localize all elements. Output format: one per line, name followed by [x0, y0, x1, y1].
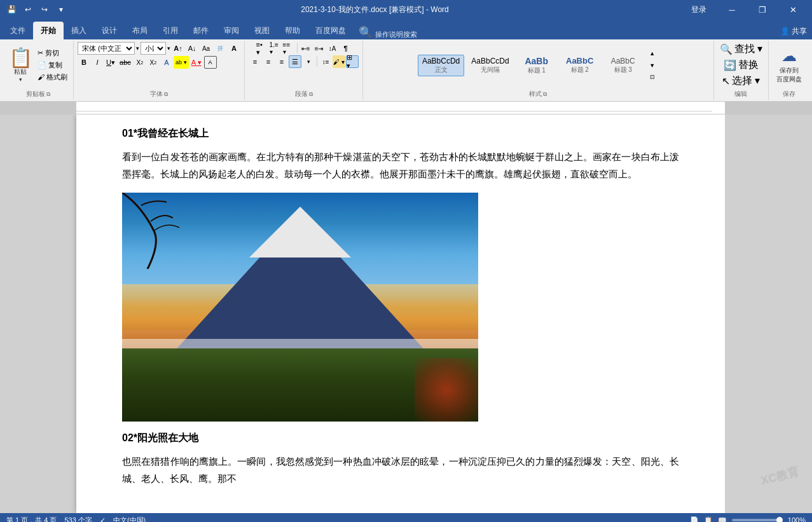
font-color-button[interactable]: A ▾ [189, 56, 203, 69]
align-left-button[interactable]: ≡ [249, 55, 261, 68]
increase-indent-button[interactable]: ≡⇥ [313, 42, 326, 55]
paragraph-1[interactable]: 看到一位白发苍苍的画家画鹰。在北方特有的那种干燥湛蓝的天空下，苍劲古朴的长城默默… [122, 148, 679, 182]
document-image[interactable] [122, 193, 478, 422]
ribbon: 文件 开始 插入 设计 布局 引用 邮件 审阅 视图 帮助 百度网盘 🔍 操作说… [0, 19, 812, 102]
styles-expand-button[interactable]: ⊡ [646, 71, 659, 83]
search-icon[interactable]: 🔍 [359, 25, 373, 39]
align-center-button[interactable]: ≡ [262, 55, 275, 68]
replace-button[interactable]: 🔄 替换 [722, 58, 760, 72]
format-painter-button[interactable]: 🖌 格式刷 [36, 72, 69, 83]
style-heading2[interactable]: AaBbC 标题 2 [560, 54, 600, 76]
save-cloud-button[interactable]: ☁ 保存到 百度网盘 [773, 46, 806, 85]
decrease-font-size-button[interactable]: A↓ [186, 42, 198, 55]
style-no-spacing[interactable]: AaBbCcDd 无间隔 [467, 55, 513, 76]
tab-insert[interactable]: 插入 [64, 22, 94, 39]
save-button[interactable]: 💾 [5, 3, 18, 16]
editing-group: 🔍 查找 ▾ 🔄 替换 ↖ 选择 ▾ 编辑 [714, 41, 769, 100]
redo-button[interactable]: ↪ [38, 3, 51, 16]
shading-button[interactable]: 🖌 ▾ [333, 55, 345, 68]
superscript-button[interactable]: X2 [147, 56, 160, 69]
text-highlight-button[interactable]: ab ▾ [174, 56, 189, 69]
text-effect-button[interactable]: A [160, 56, 173, 69]
paragraph-expand-icon[interactable]: ⧉ [309, 91, 313, 98]
subscript-button[interactable]: X2 [134, 56, 146, 69]
font-name-select[interactable]: 宋体 (中文正 [78, 42, 135, 55]
align-right-button[interactable]: ≡ [275, 55, 288, 68]
tab-mailings[interactable]: 邮件 [186, 22, 216, 39]
customize-qat-button[interactable]: ▾ [55, 3, 67, 16]
borders-button[interactable]: ⊞ ▾ [346, 55, 359, 68]
tab-home[interactable]: 开始 [33, 22, 64, 39]
italic-button[interactable]: I [91, 56, 104, 69]
bold-button[interactable]: B [78, 56, 90, 69]
minimize-button[interactable]: ─ [718, 0, 746, 19]
font-dialog-button[interactable]: A [228, 42, 240, 55]
clipboard-expand-icon[interactable]: ⧉ [46, 91, 50, 98]
clear-format-button[interactable]: Aa [200, 42, 212, 55]
search-box[interactable]: 操作说明搜索 [375, 30, 417, 39]
numbering-button[interactable]: 1.≡ ▾ [269, 42, 282, 55]
border-shading-button[interactable]: A [204, 56, 217, 69]
undo-button[interactable]: ↩ [22, 3, 34, 16]
justify-dropdown-button[interactable]: ▾ [302, 55, 315, 68]
tab-references[interactable]: 引用 [155, 22, 186, 39]
view-print-icon[interactable]: 📄 [690, 516, 699, 523]
sort-button[interactable]: ↕A [326, 42, 339, 55]
zoom-slider[interactable] [732, 519, 783, 521]
paste-button[interactable]: 📋 粘贴 ▾ [6, 48, 34, 83]
copy-button[interactable]: 📄 复制 [36, 60, 69, 71]
paragraph-top-row: ≡• ▾ 1.≡ ▾ ≡≡ ▾ ⇤≡ ≡⇥ ↕A ¶ [256, 42, 352, 55]
left-margin [0, 114, 76, 513]
show-formatting-button[interactable]: ¶ [340, 42, 352, 55]
tab-help[interactable]: 帮助 [277, 22, 308, 39]
bullets-button[interactable]: ≡• ▾ [256, 42, 268, 55]
document-page[interactable]: 01*我曾经在长城上 看到一位白发苍苍的画家画鹰。在北方特有的那种干燥湛蓝的天空… [76, 114, 725, 513]
tab-baidu[interactable]: 百度网盘 [308, 22, 354, 39]
tab-file[interactable]: 文件 [3, 22, 33, 39]
clipboard-secondary: ✂ 剪切 📄 复制 🖌 格式刷 [36, 48, 69, 83]
font-expand-icon[interactable]: ⧉ [164, 91, 168, 98]
font-name-dropdown-icon[interactable]: ▾ [136, 45, 139, 52]
replace-icon: 🔄 [724, 59, 736, 71]
styles-expand-icon[interactable]: ⧉ [543, 91, 547, 98]
font-name-row: 宋体 (中文正 ▾ 小四 ▾ A↑ A↓ Aa 拼 A [78, 42, 240, 55]
paragraph-bottom-row: ≡ ≡ ≡ ☰ ▾ ↕≡ 🖌 ▾ ⊞ ▾ [249, 55, 359, 68]
find-button[interactable]: 🔍 查找 ▾ [718, 42, 764, 57]
styles-scroll-down-button[interactable]: ▼ [646, 59, 659, 71]
phonetic-guide-button[interactable]: 拼 [214, 42, 226, 55]
encoding-icon: ✓ [100, 516, 106, 523]
paragraph-group: ≡• ▾ 1.≡ ▾ ≡≡ ▾ ⇤≡ ≡⇥ ↕A ¶ ≡ ≡ ≡ ☰ ▾ ↕≡ [245, 41, 363, 100]
close-button[interactable]: ✕ [779, 0, 807, 19]
underline-button[interactable]: U ▾ [104, 56, 117, 69]
share-button[interactable]: 👤 共享 [775, 24, 812, 39]
clipboard-group-content: 📋 粘贴 ▾ ✂ 剪切 📄 复制 🖌 格式刷 [6, 42, 69, 88]
fuji-illustration [122, 193, 478, 422]
decrease-indent-button[interactable]: ⇤≡ [299, 42, 312, 55]
tab-view[interactable]: 视图 [247, 22, 277, 39]
login-button[interactable]: 登录 [684, 2, 714, 18]
multilevel-list-button[interactable]: ≡≡ ▾ [282, 42, 295, 55]
increase-font-size-button[interactable]: A↑ [172, 42, 184, 55]
zoom-thumb [776, 517, 783, 522]
styles-scroll-up-button[interactable]: ▲ [646, 48, 659, 60]
paragraph-2[interactable]: 也照在猎猎作响的鹰旗上。一瞬间，我忽然感觉到一种热血冲破冰层的眩晕，一种沉淀压抑… [122, 453, 679, 487]
font-size-dropdown-icon[interactable]: ▾ [167, 45, 170, 52]
select-button[interactable]: ↖ 选择 ▾ [720, 74, 762, 88]
line-spacing-button[interactable]: ↕≡ [319, 55, 332, 68]
tab-review[interactable]: 审阅 [216, 22, 247, 39]
strikethrough-button[interactable]: abc [118, 56, 133, 69]
cut-button[interactable]: ✂ 剪切 [36, 48, 69, 59]
tree-branch-icon [122, 193, 198, 269]
style-heading1[interactable]: AaBb 标题 1 [516, 54, 557, 77]
justify-button[interactable]: ☰ [289, 55, 301, 68]
view-read-icon[interactable]: 📖 [718, 516, 727, 523]
right-margin [725, 114, 812, 513]
tab-layout[interactable]: 布局 [125, 22, 155, 39]
view-web-icon[interactable]: 📋 [704, 516, 713, 523]
tab-design[interactable]: 设计 [94, 22, 125, 39]
font-size-select[interactable]: 小四 [141, 42, 166, 55]
save-cloud-content: ☁ 保存到 百度网盘 [773, 42, 806, 88]
restore-button[interactable]: ❐ [748, 0, 776, 19]
style-heading3[interactable]: AaBbC 标题 3 [603, 55, 643, 76]
style-normal[interactable]: AaBbCcDd 正文 [418, 55, 464, 76]
